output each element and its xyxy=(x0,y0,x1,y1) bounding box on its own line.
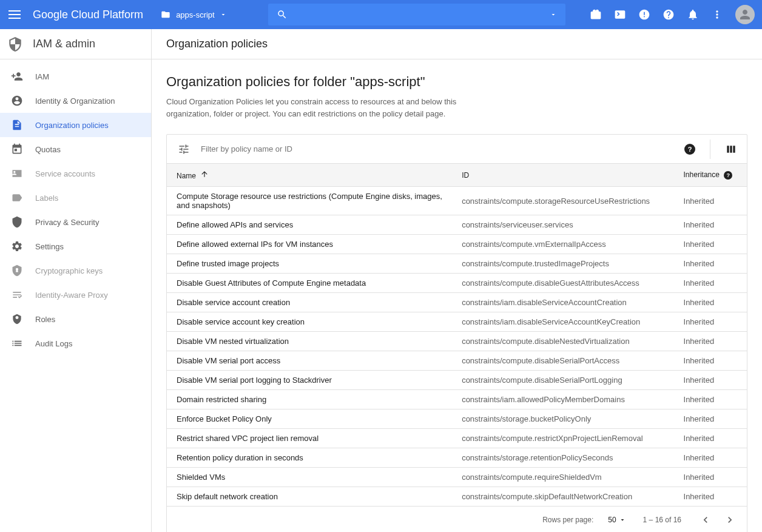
pagination-range: 1 – 16 of 16 xyxy=(643,516,681,524)
policy-id-cell: constraints/compute.vmExternalIpAccess xyxy=(452,235,673,254)
policy-id-cell: constraints/compute.disableNestedVirtual… xyxy=(452,332,673,351)
col-inheritance-header[interactable]: Inheritance ? xyxy=(674,164,747,187)
sidebar-item-label: Audit Logs xyxy=(35,339,72,348)
sidebar-item-audit-logs[interactable]: Audit Logs xyxy=(0,331,151,355)
brand-logo[interactable]: Google Cloud Platform xyxy=(33,8,143,21)
user-avatar[interactable] xyxy=(735,5,755,24)
policy-id-cell: constraints/iam.disableServiceAccountKey… xyxy=(452,312,673,332)
table-row[interactable]: Domain restricted sharingconstraints/iam… xyxy=(167,390,747,409)
brand-suffix: Cloud Platform xyxy=(71,8,143,21)
key-shield-icon xyxy=(11,264,23,277)
next-page-button[interactable] xyxy=(723,513,737,527)
table-row[interactable]: Define allowed APIs and servicesconstrai… xyxy=(167,215,747,235)
table-row[interactable]: Disable VM nested virtualizationconstrai… xyxy=(167,332,747,351)
sidebar-item-roles[interactable]: Roles xyxy=(0,307,151,331)
sidebar-item-identity-organization[interactable]: Identity & Organization xyxy=(0,89,151,113)
project-name: apps-script xyxy=(176,10,215,19)
policies-table: Name ID Inheritance ? Comp xyxy=(167,164,747,507)
policy-inheritance-cell: Inherited xyxy=(674,487,747,507)
table-row[interactable]: Disable service account creationconstrai… xyxy=(167,293,747,312)
help-icon[interactable]: ? xyxy=(724,171,732,180)
table-row[interactable]: Shielded VMsconstraints/compute.requireS… xyxy=(167,468,747,487)
filter-input[interactable] xyxy=(201,144,684,153)
chevron-down-icon xyxy=(220,11,227,18)
help-icon[interactable]: ? xyxy=(684,144,695,155)
policy-name-cell: Disable service account creation xyxy=(167,293,452,312)
sidebar-item-label: Labels xyxy=(35,194,58,203)
content-area: Organization policies Organization polic… xyxy=(152,29,762,532)
sidebar-item-quotas[interactable]: Quotas xyxy=(0,137,151,161)
table-row[interactable]: Define allowed external IPs for VM insta… xyxy=(167,235,747,254)
table-row[interactable]: Compute Storage resource use restriction… xyxy=(167,187,747,215)
chevron-down-icon[interactable] xyxy=(550,11,557,18)
person-plus-icon xyxy=(11,70,23,82)
table-row[interactable]: Retention policy duration in secondscons… xyxy=(167,448,747,468)
policy-name-cell: Disable VM serial port access xyxy=(167,351,452,371)
sidebar-item-label: Settings xyxy=(35,242,64,251)
col-id-header[interactable]: ID xyxy=(452,164,673,187)
policies-table-card: ? Name ID xyxy=(166,134,747,532)
table-row[interactable]: Disable VM serial port logging to Stackd… xyxy=(167,371,747,390)
policy-id-cell: constraints/compute.disableSerialPortLog… xyxy=(452,371,673,390)
alert-icon[interactable] xyxy=(638,8,650,21)
col-id-label: ID xyxy=(462,171,469,180)
sidebar-item-label: Identity & Organization xyxy=(35,96,115,106)
policy-name-cell: Disable VM nested virtualization xyxy=(167,332,452,351)
sidebar-item-organization-policies[interactable]: Organization policies xyxy=(0,113,151,137)
table-row[interactable]: Enforce Bucket Policy Onlyconstraints/st… xyxy=(167,409,747,429)
policy-name-cell: Disable Guest Attributes of Compute Engi… xyxy=(167,274,452,293)
policy-id-cell: constraints/iam.allowedPolicyMemberDomai… xyxy=(452,390,673,409)
policy-id-cell: constraints/serviceuser.services xyxy=(452,215,673,235)
filter-icon[interactable] xyxy=(177,142,191,157)
search-bar[interactable] xyxy=(268,4,565,25)
policy-inheritance-cell: Inherited xyxy=(674,312,747,332)
sidebar-item-settings[interactable]: Settings xyxy=(0,234,151,258)
policy-id-cell: constraints/iam.disableServiceAccountCre… xyxy=(452,293,673,312)
shield-icon xyxy=(11,216,23,228)
table-row[interactable]: Restrict shared VPC project lien removal… xyxy=(167,429,747,448)
help-icon[interactable] xyxy=(663,8,675,21)
rows-per-page-select[interactable]: 50 xyxy=(608,516,625,524)
col-name-header[interactable]: Name xyxy=(167,164,452,187)
sidebar-section-title: IAM & admin xyxy=(33,38,95,50)
menu-button[interactable] xyxy=(7,7,22,22)
sidebar-item-label: Privacy & Security xyxy=(35,218,99,227)
col-inheritance-label: Inheritance xyxy=(684,170,720,179)
previous-page-button[interactable] xyxy=(698,513,713,527)
table-row[interactable]: Define trusted image projectsconstraints… xyxy=(167,254,747,274)
gear-icon xyxy=(11,240,23,252)
more-vertical-icon[interactable] xyxy=(711,8,723,21)
cloudshell-icon[interactable] xyxy=(614,8,626,21)
chevron-left-icon xyxy=(700,514,712,526)
content-header: Organization policies xyxy=(152,29,762,59)
sidebar-item-iam[interactable]: IAM xyxy=(0,64,151,89)
sidebar-item-label: Quotas xyxy=(35,145,61,154)
search-input[interactable] xyxy=(294,10,550,19)
rows-per-page-label: Rows per page: xyxy=(542,516,593,524)
table-row[interactable]: Disable service account key creationcons… xyxy=(167,312,747,332)
sidebar-header: IAM & admin xyxy=(0,29,151,59)
policy-inheritance-cell: Inherited xyxy=(674,332,747,351)
policy-name-cell: Restrict shared VPC project lien removal xyxy=(167,429,452,448)
columns-icon[interactable] xyxy=(725,143,737,155)
col-name-label: Name xyxy=(177,172,196,180)
policy-inheritance-cell: Inherited xyxy=(674,448,747,468)
table-toolbar: ? xyxy=(167,135,747,164)
sidebar-item-privacy-security[interactable]: Privacy & Security xyxy=(0,210,151,234)
table-row[interactable]: Skip default network creationconstraints… xyxy=(167,487,747,507)
header-actions xyxy=(565,5,755,24)
policy-name-cell: Define allowed external IPs for VM insta… xyxy=(167,235,452,254)
page-icon xyxy=(11,119,23,131)
role-icon xyxy=(11,313,23,325)
table-row[interactable]: Disable VM serial port accessconstraints… xyxy=(167,351,747,371)
policy-name-cell: Define allowed APIs and services xyxy=(167,215,452,235)
sidebar-item-label: Cryptographic keys xyxy=(35,266,103,275)
notifications-icon[interactable] xyxy=(687,8,699,21)
project-picker[interactable]: apps-script xyxy=(155,7,232,22)
search-icon xyxy=(277,9,288,20)
gift-icon[interactable] xyxy=(590,8,602,21)
top-header: Google Cloud Platform apps-script xyxy=(0,0,762,29)
rows-per-page-value: 50 xyxy=(608,516,616,524)
sidebar-item-label: IAM xyxy=(35,72,49,81)
table-row[interactable]: Disable Guest Attributes of Compute Engi… xyxy=(167,274,747,293)
